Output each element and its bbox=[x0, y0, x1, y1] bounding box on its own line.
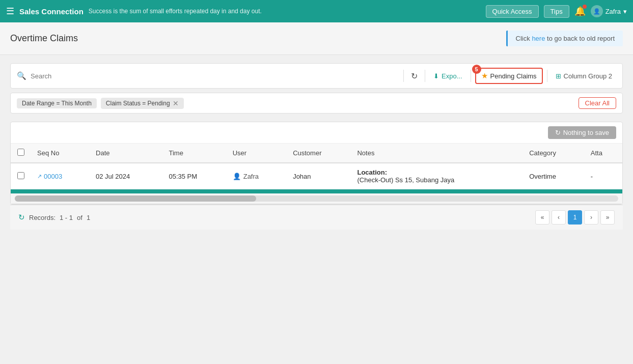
seq-no-link[interactable]: ↗ 00003 bbox=[37, 173, 84, 180]
chevron-down-icon: ▾ bbox=[623, 8, 627, 15]
export-icon: ⬇ bbox=[433, 72, 439, 80]
page-title: Overtime Claims bbox=[10, 33, 78, 44]
save-status-icon: ↻ bbox=[555, 129, 561, 136]
pagination: « ‹ 1 › » bbox=[535, 210, 615, 225]
column-group-label: Column Group 2 bbox=[564, 72, 612, 80]
main-content: 🔍 ↻ ⬇ Expo... 5 ★ Pending Claims ⊞ Colum… bbox=[0, 55, 633, 238]
notification-dot bbox=[583, 5, 587, 9]
old-report-suffix: to go back to old report bbox=[545, 35, 615, 42]
filter-tags: Date Range = This Month Claim Status = P… bbox=[17, 98, 579, 109]
divider bbox=[403, 70, 404, 82]
seq-no-value: 00003 bbox=[44, 173, 62, 180]
col-user: User bbox=[227, 144, 287, 163]
teal-accent-bar bbox=[11, 189, 622, 193]
top-nav: ☰ Sales Connection Success is the sum of… bbox=[0, 0, 633, 22]
old-report-link[interactable]: here bbox=[532, 35, 545, 42]
table-footer: ↻ Records: 1 - 1 of 1 « ‹ 1 › » bbox=[10, 205, 623, 230]
footer-refresh-icon[interactable]: ↻ bbox=[18, 213, 25, 222]
col-notes: Notes bbox=[351, 144, 523, 163]
filter-bar: Date Range = This Month Claim Status = P… bbox=[10, 93, 623, 114]
table-row: ↗ 00003 02 Jul 2024 05:35 PM 👤 Zafra Joh… bbox=[11, 163, 622, 189]
column-group-icon: ⊞ bbox=[556, 72, 561, 80]
export-button[interactable]: ⬇ Expo... bbox=[429, 70, 466, 82]
pending-claims-button[interactable]: 5 ★ Pending Claims bbox=[475, 68, 543, 84]
date-range-filter-tag: Date Range = This Month bbox=[17, 98, 97, 108]
select-all-header bbox=[11, 144, 31, 163]
divider2 bbox=[425, 70, 425, 82]
user-menu[interactable]: 👤 Zafra ▾ bbox=[591, 5, 627, 17]
date-range-filter-label: Date Range = This Month bbox=[22, 100, 92, 107]
select-all-checkbox[interactable] bbox=[17, 149, 24, 156]
claim-status-filter-tag: Claim Status = Pending ✕ bbox=[101, 98, 184, 109]
column-group-button[interactable]: ⊞ Column Group 2 bbox=[552, 70, 616, 82]
cell-seq-no: ↗ 00003 bbox=[31, 163, 90, 189]
records-info: ↻ Records: 1 - 1 of 1 bbox=[18, 213, 90, 222]
old-report-banner: Click here to go back to old report bbox=[506, 31, 623, 46]
table-toolbar: ↻ Nothing to save bbox=[11, 122, 622, 144]
records-of: of bbox=[77, 214, 82, 221]
col-attachment: Atta bbox=[585, 144, 622, 163]
old-report-text: Click bbox=[516, 35, 532, 42]
records-label: Records: bbox=[29, 214, 56, 221]
first-page-button[interactable]: « bbox=[535, 210, 549, 225]
col-time: Time bbox=[162, 144, 226, 163]
table-header: Seq No Date Time User Customer Notes Cat… bbox=[11, 144, 622, 163]
search-icon: 🔍 bbox=[17, 71, 26, 80]
nothing-to-save-button[interactable]: ↻ Nothing to save bbox=[548, 126, 616, 139]
hamburger-icon[interactable]: ☰ bbox=[6, 6, 14, 17]
next-page-button[interactable]: › bbox=[584, 210, 598, 225]
cell-notes: Location: (Check-Out) Ss 15, Subang Jaya bbox=[351, 163, 523, 189]
cell-user: 👤 Zafra bbox=[227, 163, 287, 189]
export-label: Expo... bbox=[442, 72, 462, 80]
row-select-checkbox[interactable] bbox=[17, 172, 24, 179]
remove-claim-status-filter-icon[interactable]: ✕ bbox=[173, 99, 179, 107]
star-icon: ★ bbox=[481, 71, 488, 80]
claim-status-filter-label: Claim Status = Pending bbox=[106, 100, 170, 107]
notification-bell-icon[interactable]: 🔔 bbox=[574, 6, 586, 17]
brand-name: Sales Connection bbox=[19, 7, 84, 16]
col-customer: Customer bbox=[287, 144, 351, 163]
pending-claims-badge: 5 bbox=[472, 65, 481, 74]
horizontal-scrollbar[interactable] bbox=[11, 193, 622, 204]
cell-time: 05:35 PM bbox=[162, 163, 226, 189]
cell-customer: Johan bbox=[287, 163, 351, 189]
pending-claims-label: Pending Claims bbox=[490, 72, 537, 80]
row-checkbox-cell bbox=[11, 163, 31, 189]
cell-date: 02 Jul 2024 bbox=[90, 163, 162, 189]
records-total: 1 bbox=[87, 214, 90, 221]
search-input[interactable] bbox=[31, 72, 399, 80]
nothing-to-save-label: Nothing to save bbox=[563, 129, 609, 136]
refresh-button[interactable]: ↻ bbox=[408, 70, 421, 82]
toolbar: 🔍 ↻ ⬇ Expo... 5 ★ Pending Claims ⊞ Colum… bbox=[10, 63, 623, 89]
records-range: 1 - 1 bbox=[60, 214, 73, 221]
tips-button[interactable]: Tips bbox=[544, 5, 569, 18]
person-icon: 👤 bbox=[233, 173, 241, 180]
col-seq-no: Seq No bbox=[31, 144, 90, 163]
quick-access-button[interactable]: Quick Access bbox=[486, 5, 539, 18]
user-name: Zafra bbox=[606, 8, 621, 15]
cell-attachment: - bbox=[585, 163, 622, 189]
notes-value: (Check-Out) Ss 15, Subang Jaya bbox=[357, 176, 517, 184]
notes-label: Location: bbox=[357, 169, 517, 176]
col-category: Category bbox=[523, 144, 585, 163]
page-1-button[interactable]: 1 bbox=[568, 210, 582, 225]
prev-page-button[interactable]: ‹ bbox=[552, 210, 566, 225]
table-body: ↗ 00003 02 Jul 2024 05:35 PM 👤 Zafra Joh… bbox=[11, 163, 622, 189]
data-table: Seq No Date Time User Customer Notes Cat… bbox=[11, 144, 622, 189]
nav-right: Quick Access Tips 🔔 👤 Zafra ▾ bbox=[486, 5, 627, 18]
scroll-thumb bbox=[15, 195, 256, 202]
table-container: ↻ Nothing to save Seq No Date Time User … bbox=[10, 122, 623, 205]
avatar: 👤 bbox=[591, 5, 603, 17]
col-date: Date bbox=[90, 144, 162, 163]
scroll-track bbox=[15, 195, 618, 202]
last-page-button[interactable]: » bbox=[600, 210, 615, 225]
user-name-cell: Zafra bbox=[243, 173, 259, 180]
clear-all-button[interactable]: Clear All bbox=[579, 97, 616, 109]
nav-tagline: Success is the sum of small efforts repe… bbox=[89, 8, 481, 15]
external-link-icon: ↗ bbox=[37, 173, 42, 180]
page-header: Overtime Claims Click here to go back to… bbox=[0, 22, 633, 55]
divider4 bbox=[547, 70, 547, 82]
divider3 bbox=[471, 70, 471, 82]
cell-category: Overtime bbox=[523, 163, 585, 189]
